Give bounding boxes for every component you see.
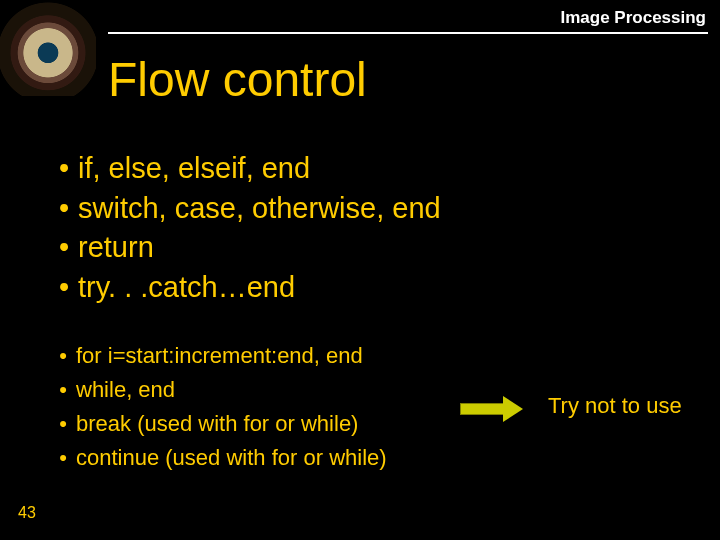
slide-title: Flow control: [108, 52, 367, 107]
list-item: • for i=start:increment:end, end: [50, 340, 387, 372]
bullet-icon: •: [50, 229, 78, 267]
bullet-icon: •: [50, 190, 78, 228]
bullet-icon: •: [50, 374, 76, 406]
nebula-logo-icon: [0, 0, 96, 96]
list-item: • switch, case, otherwise, end: [50, 190, 441, 228]
bullet-icon: •: [50, 408, 76, 440]
header: Image Processing: [0, 0, 720, 40]
bullet-icon: •: [50, 150, 78, 188]
bullet-group-1: • if, else, elseif, end • switch, case, …: [50, 150, 441, 309]
section-label: Image Processing: [560, 8, 706, 28]
bullet-text: return: [78, 229, 154, 267]
bullet-text: if, else, elseif, end: [78, 150, 310, 188]
bullet-icon: •: [50, 269, 78, 307]
bullet-text: for i=start:increment:end, end: [76, 340, 363, 372]
bullet-text: try. . .catch…end: [78, 269, 295, 307]
bullet-text: break (used with for or while): [76, 408, 358, 440]
arrow-icon: [460, 398, 524, 420]
list-item: • break (used with for or while): [50, 408, 387, 440]
bullet-icon: •: [50, 340, 76, 372]
bullet-text: switch, case, otherwise, end: [78, 190, 441, 228]
list-item: • try. . .catch…end: [50, 269, 441, 307]
page-number: 43: [18, 504, 36, 522]
list-item: • return: [50, 229, 441, 267]
bullet-text: while, end: [76, 374, 175, 406]
callout-note: Try not to use: [548, 393, 682, 419]
list-item: • continue (used with for or while): [50, 442, 387, 474]
bullet-icon: •: [50, 442, 76, 474]
list-item: • while, end: [50, 374, 387, 406]
bullet-text: continue (used with for or while): [76, 442, 387, 474]
bullet-group-2: • for i=start:increment:end, end • while…: [50, 340, 387, 476]
list-item: • if, else, elseif, end: [50, 150, 441, 188]
header-rule: [108, 32, 708, 34]
